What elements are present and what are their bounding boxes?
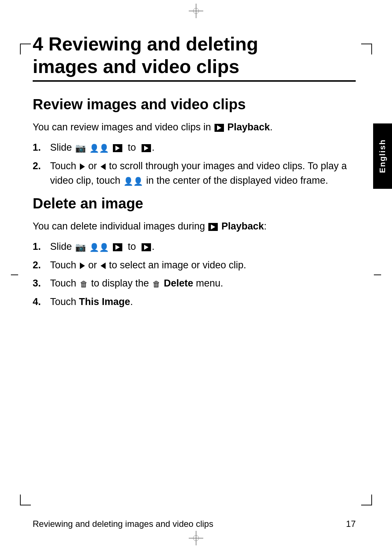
trash-icon-2: 🗑	[152, 278, 160, 290]
arrow-left-icon	[101, 163, 106, 170]
section2-step3: 3. Touch 🗑 to display the 🗑 Delete menu.	[33, 276, 356, 291]
page-content: 4 Reviewing and deleting images and vide…	[33, 29, 356, 513]
section1-title: Review images and video clips	[33, 96, 356, 113]
reg-mark-top	[189, 4, 203, 18]
side-tick-left	[11, 274, 18, 275]
footer: Reviewing and deleting images and video …	[33, 519, 356, 529]
camera-icon: 📷	[75, 142, 86, 155]
section2-step2: 2. Touch or to select an image or video …	[33, 258, 356, 273]
playback-icon-intro	[215, 124, 224, 132]
playback-icon-s2-1b	[142, 243, 151, 251]
arrow-left-s2	[101, 263, 106, 269]
footer-page: 17	[346, 519, 356, 529]
side-tick-right	[374, 274, 381, 275]
section2-step1: 1. Slide 📷 👤👤 to .	[33, 239, 356, 254]
arrow-right-icon	[80, 163, 85, 170]
scene-icon-s2: 👤👤	[89, 241, 109, 253]
arrow-right-s2	[80, 263, 85, 269]
playback-icon-s1b	[142, 144, 151, 152]
section2-steps: 1. Slide 📷 👤👤 to . 2. Touch or to select…	[33, 239, 356, 309]
language-tab-label: English	[378, 139, 387, 173]
corner-mark-br	[361, 495, 372, 505]
corner-mark-bl	[20, 495, 31, 505]
playback-icon-s1	[113, 144, 122, 152]
section1-step2: 2. Touch or to scroll through your image…	[33, 159, 356, 188]
corner-mark-tl	[20, 44, 31, 54]
section1-intro: You can review images and video clips in…	[33, 120, 356, 135]
playback-icon-s2-intro	[208, 223, 218, 231]
video-center-icon: 👤👤	[123, 175, 143, 187]
corner-mark-tr	[361, 44, 372, 54]
section2-step4: 4. Touch This Image.	[33, 294, 356, 309]
playback-icon-s2-1	[113, 243, 122, 251]
scene-icon: 👤👤	[89, 142, 109, 154]
language-tab: English	[373, 123, 392, 189]
section2-title: Delete an image	[33, 195, 356, 212]
reg-mark-bottom	[189, 531, 203, 545]
camera-icon-s2: 📷	[75, 241, 86, 254]
trash-icon: 🗑	[80, 278, 88, 290]
section2-intro: You can delete individual images during …	[33, 219, 356, 234]
footer-text: Reviewing and deleting images and video …	[33, 519, 213, 529]
section1-step1: 1. Slide 📷 👤👤 to .	[33, 140, 356, 155]
chapter-title: 4 Reviewing and deleting images and vide…	[33, 29, 356, 82]
section1-steps: 1. Slide 📷 👤👤 to . 2. Touch or to scroll…	[33, 140, 356, 188]
